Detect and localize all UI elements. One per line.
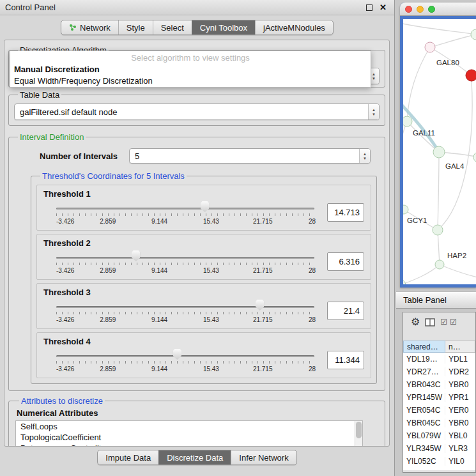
list-item[interactable]: BetweennessCentrality	[16, 443, 362, 447]
combobox-value: galFiltered.sif default node	[15, 104, 368, 119]
dropdown-hint: Select algorithm to view settings	[13, 52, 368, 64]
table-panel-header[interactable]: Table Panel	[396, 291, 476, 309]
threshold-slider[interactable]: -3.426 2.859 9.144 15.43 21.715 28	[56, 199, 314, 229]
slider-thumb-icon[interactable]	[132, 250, 140, 261]
node-label: GAL80	[436, 59, 459, 66]
scale-label: 28	[309, 316, 316, 323]
threshold-slider[interactable]: -3.426 2.859 9.144 15.43 21.715 28	[56, 347, 314, 376]
scale-label: 15.43	[203, 267, 219, 274]
table-row[interactable]: YDR27… YDR2	[403, 365, 475, 378]
table-row[interactable]: YIL052C YIL0	[403, 455, 475, 468]
cell-name: YBR0	[445, 418, 475, 427]
threshold-value-field[interactable]	[327, 203, 364, 222]
network-node[interactable]	[403, 116, 412, 127]
combobox-stepper-icon[interactable]: ▲ ▼	[359, 149, 370, 163]
down-arrow-icon: ▼	[372, 112, 376, 116]
tab-infer-network[interactable]: Infer Network	[231, 450, 296, 464]
selected-network-node[interactable]	[466, 70, 476, 81]
threshold-value-field[interactable]	[327, 252, 364, 271]
minimize-traffic-light-icon[interactable]	[417, 6, 424, 13]
network-node[interactable]	[471, 29, 476, 40]
scale-label: 21.715	[253, 267, 273, 274]
slider-scale: -3.426 2.859 9.144 15.43 21.715 28	[56, 267, 314, 275]
down-arrow-icon: ▼	[372, 77, 376, 81]
num-intervals-combobox[interactable]: 5 ▲ ▼	[129, 148, 371, 164]
cell-name: YDL1	[445, 355, 475, 364]
table-row[interactable]: YBR043C YBR0	[403, 378, 475, 391]
table-row[interactable]: YBR045C YBR0	[403, 417, 475, 429]
table-row[interactable]: YDL19… YDL1	[403, 353, 475, 365]
tab-label: Discretize Data	[167, 453, 223, 463]
zoom-traffic-light-icon[interactable]	[428, 6, 435, 13]
table-panel-title: Table Panel	[403, 295, 447, 305]
table-data-group: Table Data galFiltered.sif default node …	[8, 90, 385, 126]
threshold-slider[interactable]: -3.426 2.859 9.144 15.43 21.715 28	[56, 298, 314, 327]
close-icon[interactable]: ✕	[380, 4, 387, 11]
table-row[interactable]: YLR345W YLR3	[403, 442, 475, 455]
tab-label: Impute Data	[105, 453, 151, 463]
slider-track[interactable]	[56, 355, 314, 357]
tab-network[interactable]: Network	[61, 20, 118, 35]
list-scrollbar[interactable]	[355, 421, 362, 447]
slider-thumb-icon[interactable]	[256, 300, 264, 311]
settings-gear-icon[interactable]: ⚙	[411, 317, 420, 327]
columns-icon[interactable]	[425, 318, 435, 326]
combobox-stepper-icon[interactable]: ▲ ▼	[368, 104, 379, 119]
slider-ticks	[56, 213, 314, 216]
tab-select[interactable]: Select	[153, 20, 192, 35]
scale-label: -3.426	[56, 316, 74, 323]
list-scrollbar-thumb[interactable]	[356, 422, 362, 438]
list-item[interactable]: SelfLoops	[16, 421, 362, 432]
table-row[interactable]: YER054C YER0	[403, 404, 475, 417]
dropdown-option-manual-discretization[interactable]: Manual Discretization	[13, 64, 368, 75]
table-row[interactable]: YPR145W YPR1	[403, 391, 475, 404]
slider-thumb-icon[interactable]	[173, 349, 181, 360]
table-row[interactable]: YBL079W YBL0	[403, 429, 475, 442]
thresholds-group: Threshold's Coordinates for 5 Intervals …	[31, 171, 377, 384]
threshold-slider[interactable]: -3.426 2.859 9.144 15.43 21.715 28	[56, 249, 314, 278]
network-node[interactable]	[435, 260, 444, 269]
cell-shared-name: YPR145W	[403, 393, 445, 402]
cell-shared-name: YDL19…	[403, 355, 445, 364]
control-panel-titlebar[interactable]: Control Panel ✕	[0, 0, 394, 15]
network-node[interactable]	[433, 146, 445, 158]
threshold-row: Threshold 2 -3.426 2.859 9.144	[36, 234, 371, 280]
network-node[interactable]	[403, 205, 408, 214]
network-node[interactable]	[425, 42, 435, 52]
network-window-titlebar[interactable]	[400, 3, 476, 16]
cell-name: YIL0	[445, 457, 475, 466]
tab-style[interactable]: Style	[118, 20, 153, 35]
tab-cyni-toolbox[interactable]: Cyni Toolbox	[192, 20, 255, 35]
threshold-value-field[interactable]	[327, 302, 364, 320]
slider-track[interactable]	[56, 257, 314, 259]
up-arrow-icon: ▲	[372, 108, 376, 112]
select-columns-checkbox-icon[interactable]: ☑	[450, 318, 457, 326]
tab-discretize-data[interactable]: Discretize Data	[158, 450, 231, 464]
threshold-value-field[interactable]	[327, 351, 364, 369]
tab-jactivemnodules[interactable]: jActiveMNodules	[255, 20, 333, 35]
slider-track[interactable]	[56, 306, 314, 308]
slider-track[interactable]	[56, 208, 314, 210]
table-toolbar: ⚙ ☑ ☑	[403, 312, 475, 332]
node-label: GAL4	[445, 162, 464, 170]
table-data-combobox[interactable]: galFiltered.sif default node ▲ ▼	[14, 104, 380, 120]
cell-name: YER0	[445, 406, 475, 415]
network-canvas[interactable]: GAL80 GAL11 GAL4 GCY1 HAP2	[403, 19, 476, 284]
column-header-name[interactable]: n…	[445, 341, 475, 353]
select-all-checkbox-icon[interactable]: ☑	[440, 318, 447, 326]
network-node[interactable]	[473, 152, 476, 162]
slider-thumb-icon[interactable]	[201, 201, 209, 212]
list-item[interactable]: TopologicalCoefficient	[16, 432, 362, 443]
float-window-icon[interactable]	[366, 4, 372, 11]
scale-label: -3.426	[56, 267, 74, 274]
network-node[interactable]	[433, 225, 443, 235]
tab-impute-data[interactable]: Impute Data	[98, 450, 158, 464]
column-header-shared-name[interactable]: shared…	[403, 341, 445, 353]
table-body: YDL19… YDL1 YDR27… YDR2 YBR043C YBR0 YPR…	[403, 353, 475, 470]
tab-label: jActiveMNodules	[263, 23, 325, 33]
dropdown-option-equal-width-frequency[interactable]: Equal Width/Frequency Discretization	[13, 75, 368, 87]
network-node[interactable]	[403, 280, 406, 284]
group-title: Table Data	[18, 90, 61, 100]
close-traffic-light-icon[interactable]	[405, 6, 412, 13]
tab-label: Infer Network	[239, 453, 288, 463]
